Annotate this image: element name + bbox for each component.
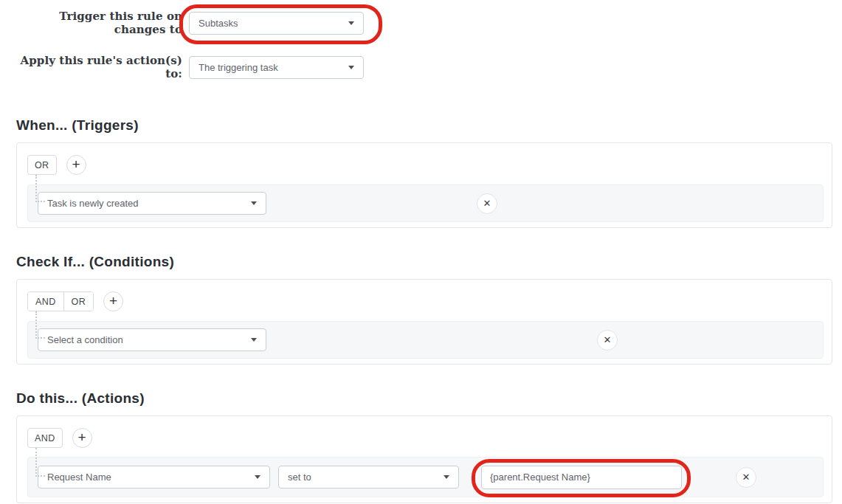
action-rule-row: Request Name set to ✕: [27, 457, 824, 497]
apply-scope-row: Apply this rule's action(s) to: The trig…: [16, 54, 832, 80]
plus-icon: +: [72, 156, 80, 173]
caret-down-icon: [444, 475, 449, 479]
actions-panel: AND + Request Name set to ✕: [16, 415, 832, 503]
action-field-value: Request Name: [47, 472, 111, 483]
condition-rule-row: Select a condition ✕: [27, 321, 824, 359]
tree-connector-line: [35, 311, 45, 339]
add-action-button[interactable]: +: [72, 428, 92, 448]
plus-icon: +: [109, 292, 117, 309]
caret-down-icon: [348, 21, 354, 25]
apply-scope-label: Apply this rule's action(s) to:: [16, 54, 182, 80]
add-condition-button[interactable]: +: [103, 291, 123, 311]
and-or-toggle: AND OR: [27, 291, 94, 311]
automation-rule-editor: Trigger this rule on changes to Subtasks…: [0, 10, 842, 504]
and-operator-button[interactable]: AND: [28, 292, 63, 311]
conditions-operator-row: AND OR +: [27, 291, 824, 311]
add-trigger-button[interactable]: +: [66, 155, 86, 175]
apply-scope-dropdown[interactable]: The triggering task: [189, 56, 364, 79]
caret-down-icon: [255, 475, 260, 479]
tree-connector-line: [35, 175, 45, 202]
apply-scope-value: The triggering task: [199, 62, 278, 73]
triggers-operator-row: OR +: [27, 155, 824, 175]
trigger-scope-row: Trigger this rule on changes to Subtasks: [16, 10, 832, 36]
trigger-scope-value: Subtasks: [199, 18, 238, 29]
close-icon: ✕: [604, 334, 612, 345]
action-operation-dropdown[interactable]: set to: [278, 466, 459, 489]
actions-heading: Do this... (Actions): [16, 390, 832, 407]
trigger-event-value: Task is newly created: [47, 198, 139, 209]
condition-select-dropdown[interactable]: Select a condition: [38, 328, 266, 351]
plus-icon: +: [78, 429, 86, 446]
or-operator-button[interactable]: OR: [63, 292, 94, 311]
remove-condition-button[interactable]: ✕: [597, 330, 618, 351]
action-field-dropdown[interactable]: Request Name: [38, 466, 270, 489]
close-icon: ✕: [483, 198, 491, 209]
trigger-scope-wrapper: Subtasks: [189, 12, 364, 35]
action-operation-value: set to: [288, 472, 311, 483]
or-operator-button[interactable]: OR: [27, 155, 57, 175]
triggers-panel: OR + Task is newly created ✕: [16, 142, 832, 228]
action-value-wrapper: [459, 466, 682, 489]
trigger-scope-label: Trigger this rule on changes to: [16, 10, 182, 36]
caret-down-icon: [251, 201, 257, 205]
triggers-heading: When... (Triggers): [16, 117, 832, 134]
caret-down-icon: [251, 338, 257, 342]
trigger-rule-row: Task is newly created ✕: [27, 184, 824, 222]
actions-operator-row: AND +: [27, 428, 824, 448]
tree-connector-line: [35, 448, 45, 477]
remove-trigger-button[interactable]: ✕: [477, 193, 497, 214]
condition-select-value: Select a condition: [47, 334, 123, 345]
remove-action-button[interactable]: ✕: [736, 467, 756, 488]
and-operator-button[interactable]: AND: [27, 428, 63, 448]
close-icon: ✕: [742, 472, 750, 483]
conditions-panel: AND OR + Select a condition ✕: [16, 279, 832, 365]
conditions-heading: Check If... (Conditions): [16, 253, 832, 270]
caret-down-icon: [348, 66, 354, 69]
trigger-scope-dropdown[interactable]: Subtasks: [189, 12, 364, 35]
trigger-event-dropdown[interactable]: Task is newly created: [38, 192, 266, 215]
action-value-input[interactable]: [481, 466, 682, 489]
